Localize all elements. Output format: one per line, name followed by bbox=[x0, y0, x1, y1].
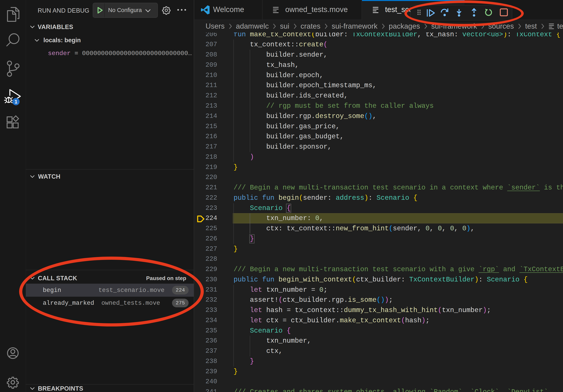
svg-text:1: 1 bbox=[15, 99, 17, 105]
